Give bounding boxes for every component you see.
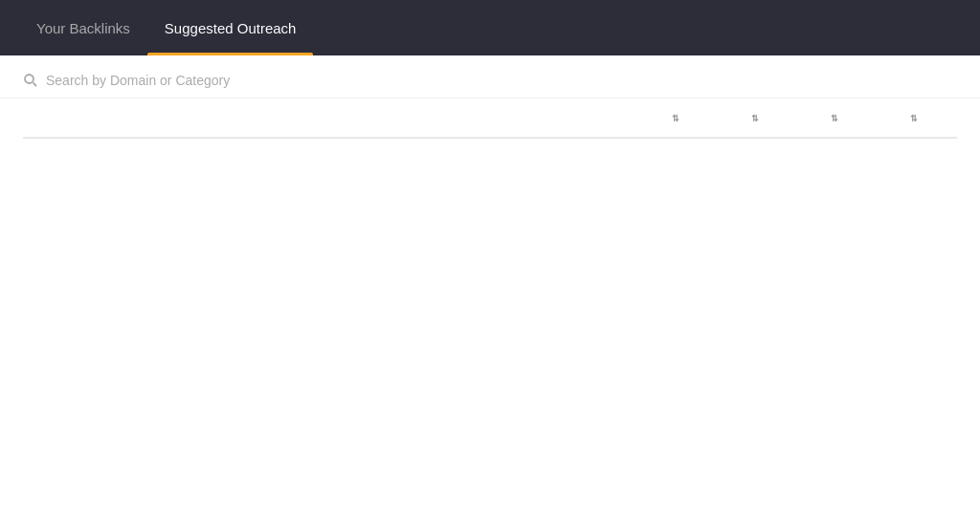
outreach-table: ⇅ ⇅ ⇅ ⇅ (23, 99, 957, 139)
search-placeholder: Search by Domain or Category (46, 73, 230, 88)
col-header-category (378, 99, 639, 138)
tf-sort-icon: ⇅ (831, 114, 839, 123)
col-header-dr[interactable]: ⇅ (639, 99, 719, 138)
col-header-ur[interactable]: ⇅ (719, 99, 798, 138)
ur-sort-icon: ⇅ (751, 114, 760, 123)
search-area: Search by Domain or Category (0, 55, 980, 99)
dr-sort-icon: ⇅ (672, 114, 680, 123)
col-header-domain (23, 99, 378, 138)
col-header-cf[interactable]: ⇅ (878, 99, 957, 138)
table-header-row: ⇅ ⇅ ⇅ ⇅ (23, 99, 957, 138)
nav-tabs: Your Backlinks Suggested Outreach (19, 0, 313, 55)
tab-your-backlinks[interactable]: Your Backlinks (19, 0, 147, 55)
svg-line-1 (33, 83, 37, 87)
svg-point-0 (25, 75, 33, 83)
col-header-tf[interactable]: ⇅ (798, 99, 878, 138)
table-container: ⇅ ⇅ ⇅ ⇅ (0, 99, 980, 139)
search-icon (23, 73, 38, 88)
tab-suggested-outreach[interactable]: Suggested Outreach (147, 0, 314, 55)
header: Your Backlinks Suggested Outreach (0, 0, 980, 55)
cf-sort-icon: ⇅ (910, 114, 919, 123)
